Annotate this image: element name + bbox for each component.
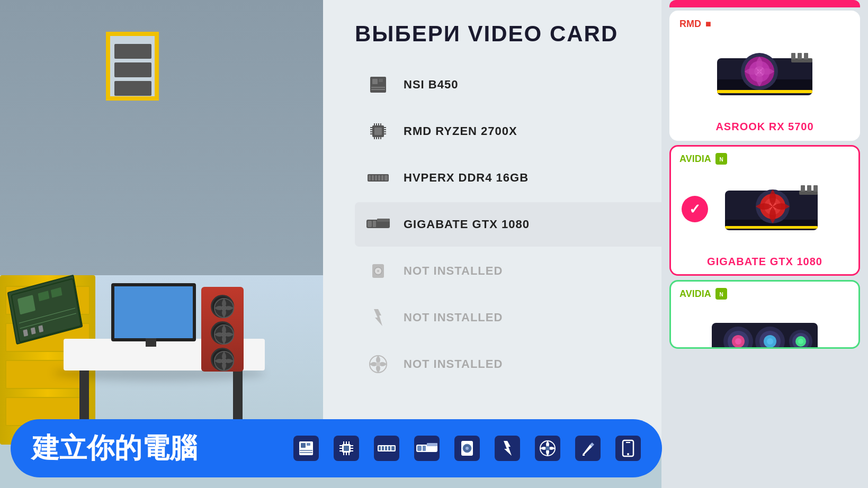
psu-icon bbox=[365, 305, 391, 330]
bottom-cooler-icon[interactable] bbox=[535, 436, 560, 461]
svg-rect-21 bbox=[374, 128, 382, 135]
brand-nvidia-label: AVIDIA bbox=[679, 153, 711, 165]
svg-rect-78 bbox=[801, 185, 805, 192]
bottom-psu-icon[interactable] bbox=[495, 436, 520, 461]
svg-rect-42 bbox=[378, 175, 380, 180]
svg-rect-47 bbox=[373, 221, 376, 227]
svg-rect-44 bbox=[384, 175, 388, 180]
svg-point-135 bbox=[627, 453, 629, 455]
right-panel: RMD ■ bbox=[661, 0, 868, 488]
brand-amd-label: RMD bbox=[679, 19, 701, 30]
svg-rect-76 bbox=[725, 226, 818, 229]
card-asrook-name: ASROOK RX 5700 bbox=[671, 116, 858, 139]
svg-point-91 bbox=[767, 338, 773, 345]
card-gigabate-image: ✓ bbox=[671, 167, 858, 251]
cpu-icon bbox=[365, 119, 391, 144]
monitor-prop bbox=[111, 283, 196, 341]
svg-rect-98 bbox=[301, 443, 306, 448]
bottom-ram-icon[interactable] bbox=[374, 436, 399, 461]
card-third-image bbox=[671, 302, 858, 349]
card-asrook-header: RMD ■ bbox=[671, 12, 858, 32]
ram-icon bbox=[365, 165, 391, 191]
wall-decoration bbox=[106, 32, 159, 101]
svg-rect-39 bbox=[369, 175, 371, 180]
brand-third-label: AVIDIA bbox=[679, 288, 711, 300]
room-wall bbox=[0, 0, 328, 296]
bottom-gpu-slot-icon[interactable] bbox=[414, 436, 440, 461]
bottom-case-icon[interactable] bbox=[615, 436, 641, 461]
svg-rect-17 bbox=[379, 79, 383, 82]
svg-rect-120 bbox=[388, 446, 390, 450]
svg-rect-125 bbox=[427, 443, 437, 446]
svg-rect-40 bbox=[372, 175, 374, 180]
svg-rect-64 bbox=[791, 53, 795, 59]
svg-rect-123 bbox=[417, 446, 422, 451]
svg-rect-43 bbox=[381, 175, 383, 180]
svg-rect-80 bbox=[813, 185, 818, 192]
bottom-storage-icon[interactable] bbox=[454, 436, 480, 461]
svg-point-95 bbox=[798, 339, 803, 344]
gpu-icon bbox=[365, 212, 391, 237]
svg-rect-103 bbox=[344, 446, 349, 451]
svg-marker-129 bbox=[504, 441, 512, 456]
svg-point-128 bbox=[466, 447, 469, 450]
pc-case-prop bbox=[201, 287, 244, 372]
bottom-bar-title: 建立你的電腦 bbox=[32, 430, 197, 467]
selected-checkmark: ✓ bbox=[682, 196, 708, 222]
bottom-icon-bar bbox=[293, 436, 641, 461]
card-gigabate-name: GIGABATE GTX 1080 bbox=[671, 251, 858, 274]
svg-rect-66 bbox=[804, 53, 808, 59]
storage-icon bbox=[365, 258, 391, 284]
svg-text:N: N bbox=[719, 292, 723, 297]
svg-rect-41 bbox=[375, 175, 377, 180]
svg-point-54 bbox=[376, 362, 380, 366]
card-gigabate[interactable]: AVIDIA N ✓ bbox=[669, 145, 860, 276]
svg-point-87 bbox=[735, 338, 741, 345]
bottom-cpu-icon[interactable] bbox=[334, 436, 359, 461]
svg-rect-117 bbox=[379, 446, 381, 450]
svg-point-131 bbox=[545, 446, 550, 450]
svg-rect-65 bbox=[798, 53, 802, 59]
card-third[interactable]: AVIDIA N bbox=[669, 280, 860, 349]
card-asrook-image bbox=[671, 32, 858, 116]
svg-rect-118 bbox=[382, 446, 384, 450]
svg-point-51 bbox=[377, 270, 379, 272]
card-third-header: AVIDIA N bbox=[671, 282, 858, 302]
svg-rect-48 bbox=[377, 219, 390, 222]
svg-marker-52 bbox=[374, 309, 382, 326]
bottom-bar: 建立你的電腦 bbox=[11, 419, 662, 477]
bottom-mb-icon[interactable] bbox=[293, 436, 319, 461]
svg-rect-62 bbox=[717, 90, 812, 93]
svg-rect-99 bbox=[307, 443, 310, 446]
svg-rect-46 bbox=[368, 221, 372, 227]
svg-rect-79 bbox=[807, 185, 811, 192]
card-gigabate-header: AVIDIA N bbox=[671, 147, 858, 167]
cooler-icon bbox=[365, 351, 391, 377]
svg-rect-121 bbox=[391, 446, 395, 450]
game-scene bbox=[0, 0, 328, 445]
svg-rect-124 bbox=[423, 446, 426, 451]
monitor-stand bbox=[146, 338, 156, 347]
svg-text:N: N bbox=[719, 157, 723, 162]
card-asrook[interactable]: RMD ■ bbox=[669, 11, 860, 141]
svg-rect-119 bbox=[385, 446, 387, 450]
svg-rect-16 bbox=[372, 79, 378, 84]
motherboard-icon bbox=[365, 72, 391, 97]
bottom-edit-icon[interactable] bbox=[575, 436, 601, 461]
